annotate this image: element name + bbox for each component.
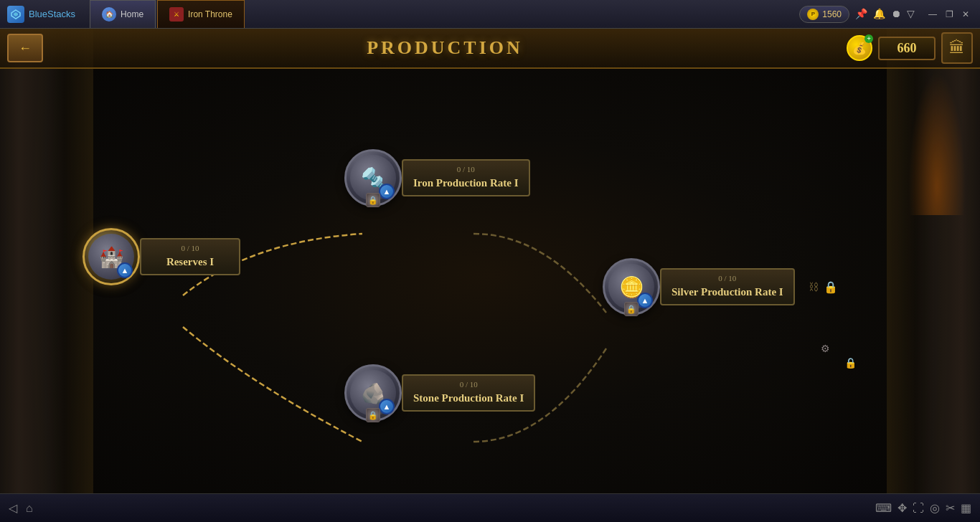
points-value: 1560	[822, 9, 842, 19]
iron-lock-badge: 🔒	[366, 193, 380, 207]
app-name: BlueStacks	[29, 9, 75, 19]
restore-button[interactable]: ❐	[943, 9, 956, 19]
gold-value: 660	[878, 37, 936, 60]
stone-name: Stone Production Rate I	[413, 392, 524, 406]
taskbar-screen-icon[interactable]: ⛶	[913, 502, 924, 515]
iron-name: Iron Production Rate I	[413, 176, 519, 191]
tabs: 🏠 Home ⚔ Iron Throne	[90, 0, 245, 28]
gold-area: 💰 660 🏛	[847, 32, 973, 64]
home-icon: 🏠	[102, 7, 116, 22]
taskbar: ◁ ⌂ ⌨ ✥ ⛶ ◎ ✂ ▦	[0, 493, 980, 522]
tab-home-label: Home	[121, 9, 143, 19]
taskbar-keyboard-icon[interactable]: ⌨	[875, 501, 892, 515]
pillar-left	[0, 29, 93, 522]
taskbar-map-icon[interactable]: ◎	[930, 501, 940, 515]
tab-game-label: Iron Throne	[188, 9, 232, 19]
points-badge: P 1560	[799, 6, 849, 23]
reserves-icon: 🏰 ▲	[83, 228, 140, 285]
minimize-button[interactable]: —	[926, 9, 939, 19]
silver-icon: 🪙 ▲ 🔒	[603, 258, 660, 315]
bluestacks-icon	[7, 6, 24, 23]
silver-lock-badge: 🔒	[624, 302, 639, 316]
iron-progress: 0 / 10	[413, 165, 519, 174]
stone-upgrade-arrow: ▲	[379, 399, 395, 414]
iron-label-box: 0 / 10 Iron Production Rate I	[402, 159, 530, 196]
game-area: ← PRODUCTION 💰 660 🏛 ⚙ 🔒 🏰 ▲	[0, 29, 980, 522]
upgrade-arrow: ▲	[117, 262, 133, 278]
taskbar-scissors-icon[interactable]: ✂	[946, 501, 955, 515]
titlebar-right: P 1560 📌 🔔 ⏺ ▽ — ❐ ✕	[799, 6, 980, 23]
svg-marker-1	[14, 12, 18, 16]
window-controls: — ❐ ✕	[926, 9, 971, 19]
taskbar-left: ◁ ⌂	[9, 501, 33, 515]
silver-upgrade-arrow: ▲	[637, 293, 653, 308]
reserves-inner-icon: 🏰 ▲	[88, 234, 134, 280]
share-icon[interactable]: ▽	[907, 8, 915, 20]
right-chain-lock: ⛓ 🔒	[809, 280, 838, 294]
app-logo: BlueStacks	[0, 6, 83, 23]
reserves-label-box: 0 / 10 Reserves I	[140, 238, 240, 275]
gold-coin-icon: 💰	[847, 35, 872, 61]
stone-icon: 🪨 ▲ 🔒	[344, 364, 402, 422]
pin-icon[interactable]: 📌	[855, 8, 867, 20]
tab-game[interactable]: ⚔ Iron Throne	[157, 0, 245, 28]
stone-node[interactable]: 🪨 ▲ 🔒 0 / 10 Stone Production Rate I	[344, 364, 535, 422]
back-arrow-icon: ←	[19, 41, 32, 56]
taskbar-cursor-icon[interactable]: ✥	[897, 501, 907, 515]
stone-lock-badge: 🔒	[366, 408, 380, 422]
iron-icon: 🔩 ▲ 🔒	[344, 149, 402, 207]
museum-icon[interactable]: 🏛	[941, 32, 973, 64]
game-icon: ⚔	[169, 7, 184, 22]
silver-name: Silver Production Rate I	[672, 285, 783, 300]
back-button[interactable]: ←	[7, 34, 43, 62]
fire-glow	[908, 72, 966, 215]
iron-node[interactable]: 🔩 ▲ 🔒 0 / 10 Iron Production Rate I	[344, 149, 530, 207]
taskbar-home-icon[interactable]: ⌂	[26, 502, 33, 515]
reserves-name: Reserves I	[151, 255, 229, 270]
taskbar-right: ⌨ ✥ ⛶ ◎ ✂ ▦	[875, 501, 971, 515]
iron-upgrade-arrow: ▲	[379, 184, 395, 199]
pillar-right	[887, 29, 980, 522]
top-bar: ← PRODUCTION 💰 660 🏛	[0, 29, 980, 69]
reserves-progress: 0 / 10	[151, 244, 229, 252]
record-icon[interactable]: ⏺	[891, 9, 901, 20]
stone-progress: 0 / 10	[413, 380, 524, 389]
reserves-node[interactable]: 🏰 ▲ 0 / 10 Reserves I	[83, 228, 240, 285]
silver-node[interactable]: 🪙 ▲ 🔒 0 / 10 Silver Production Rate I ⛓ …	[603, 258, 795, 315]
silver-label-box: 0 / 10 Silver Production Rate I	[660, 268, 795, 305]
titlebar: BlueStacks 🏠 Home ⚔ Iron Throne P 1560 📌…	[0, 0, 980, 29]
notification-icon[interactable]: 🔔	[873, 8, 885, 20]
stone-label-box: 0 / 10 Stone Production Rate I	[402, 374, 535, 412]
silver-progress: 0 / 10	[672, 274, 783, 283]
taskbar-grid-icon[interactable]: ▦	[961, 501, 971, 515]
tab-home[interactable]: 🏠 Home	[90, 0, 156, 28]
taskbar-back-icon[interactable]: ◁	[9, 501, 17, 515]
close-button[interactable]: ✕	[960, 9, 971, 19]
points-icon: P	[807, 9, 819, 20]
page-title: PRODUCTION	[367, 37, 523, 59]
